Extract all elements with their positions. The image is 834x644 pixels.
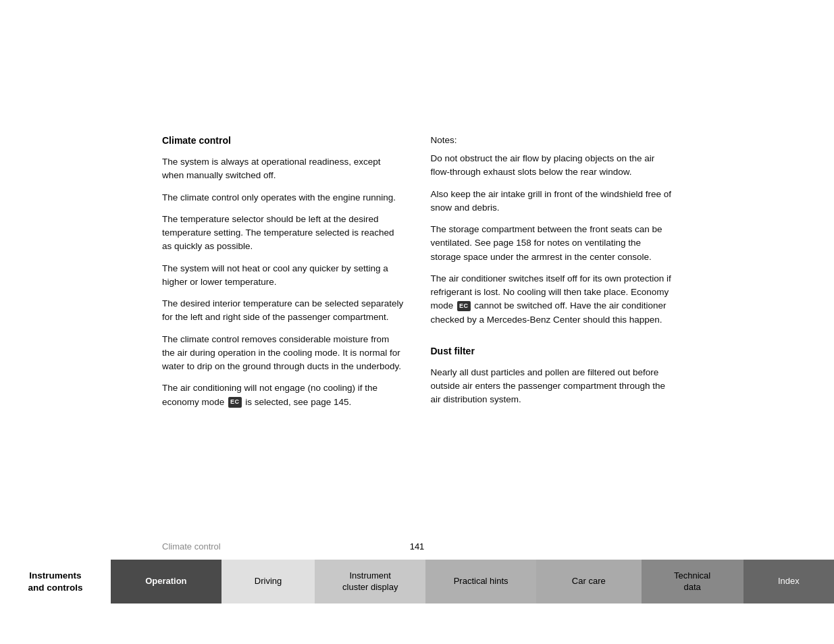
left-para-7: The air conditioning will not engage (no…	[162, 381, 404, 409]
left-para-2: The climate control only operates with t…	[162, 191, 404, 205]
page-number: 141	[332, 541, 502, 552]
dust-filter-title: Dust filter	[431, 346, 673, 356]
left-para-5: The desired interior temperature can be …	[162, 297, 404, 325]
tab-technical-data[interactable]: Technicaldata	[642, 560, 744, 603]
tab-driving[interactable]: Driving	[221, 560, 315, 603]
page-content: Climate control The system is always at …	[0, 0, 834, 444]
ec-badge-2: EC	[457, 301, 471, 312]
tab-technical-data-label: Technicaldata	[674, 570, 710, 593]
tab-car-care[interactable]: Car care	[536, 560, 641, 603]
right-column: Notes: Do not obstruct the air flow by p…	[431, 135, 673, 417]
tab-driving-label: Driving	[255, 576, 282, 587]
right-para-4: The air conditioner switches itself off …	[431, 272, 673, 327]
tab-operation-label: Operation	[145, 576, 186, 587]
right-para-2: Also keep the air intake grill in front …	[431, 188, 673, 215]
dust-filter-section: Dust filter Nearly all dust particles an…	[431, 346, 673, 407]
right-para-1: Do not obstruct the air flow by placing …	[431, 152, 673, 180]
footer-section-label: Climate control	[162, 541, 332, 552]
tab-index[interactable]: Index	[744, 560, 834, 603]
tab-practical-hints[interactable]: Practical hints	[425, 560, 536, 603]
nav-tabs: Instrumentsand controls Operation Drivin…	[0, 560, 834, 603]
tab-car-care-label: Car care	[572, 576, 606, 587]
left-para-1: The system is always at operational read…	[162, 155, 404, 183]
tab-practical-hints-label: Practical hints	[454, 576, 509, 587]
tab-index-label: Index	[778, 576, 800, 587]
left-para-3: The temperature selector should be left …	[162, 213, 404, 254]
footer-bar: Climate control 141	[0, 536, 834, 556]
right-para-3: The storage compartment between the fron…	[431, 223, 673, 264]
left-section-title: Climate control	[162, 135, 404, 146]
notes-label: Notes:	[431, 135, 673, 145]
tab-instrument-cluster[interactable]: Instrumentcluster display	[315, 560, 425, 603]
tab-instruments[interactable]: Instrumentsand controls	[0, 560, 111, 603]
left-column: Climate control The system is always at …	[162, 135, 404, 417]
left-para-4: The system will not heat or cool any qui…	[162, 262, 404, 290]
tab-operation[interactable]: Operation	[111, 560, 221, 603]
ec-badge-1: EC	[228, 397, 242, 408]
left-para-6: The climate control removes considerable…	[162, 333, 404, 374]
tab-instrument-cluster-label: Instrumentcluster display	[342, 570, 398, 593]
dust-filter-para: Nearly all dust particles and pollen are…	[431, 366, 673, 407]
tab-instruments-label: Instrumentsand controls	[28, 570, 82, 593]
